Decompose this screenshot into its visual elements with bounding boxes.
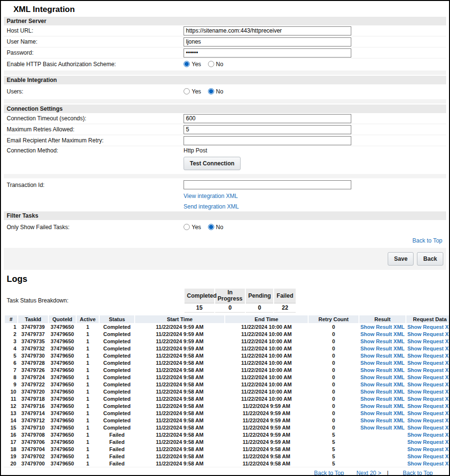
host-url-input[interactable] — [184, 26, 351, 35]
max-retries-input[interactable] — [184, 125, 351, 134]
host-url-row: Host URL: — [4, 25, 446, 36]
show-request-xml-link[interactable]: Show Request XML — [407, 410, 450, 416]
logs-pagination-row: Back to Top Next 20 > | Back to Top — [4, 467, 446, 476]
show-result-xml-link[interactable]: Show Result XML — [360, 396, 404, 402]
email-recipient-label: Email Recipient After Maximum Retry: — [4, 137, 184, 144]
status: Completed — [100, 352, 134, 359]
back-button[interactable]: Back — [417, 252, 443, 266]
status: Completed — [100, 409, 134, 417]
view-integration-xml-link[interactable]: View integration XML — [184, 193, 238, 199]
active: 1 — [77, 366, 99, 373]
task-id: 37479724 — [18, 373, 48, 381]
show-request-xml-link[interactable]: Show Request XML — [407, 432, 450, 438]
send-integration-xml-link[interactable]: Send integration XML — [184, 203, 239, 210]
next-20-link[interactable]: Next 20 > — [357, 470, 381, 476]
task-id: 37479739 — [18, 323, 48, 330]
show-result-xml-link[interactable]: Show Result XML — [360, 382, 404, 387]
col-header-num: # — [5, 315, 17, 323]
show-request-xml-link[interactable]: Show Request XML — [407, 338, 450, 344]
show-result-xml-link[interactable]: Show Result XML — [360, 353, 404, 359]
row-num: 18 — [5, 445, 17, 453]
breakdown-header-pending: Pending — [246, 289, 273, 303]
show-result-xml-link[interactable]: Show Result XML — [360, 374, 404, 380]
start-time: 11/22/2024 9:59 AM — [135, 323, 224, 330]
section-divider — [4, 70, 446, 75]
status: Completed — [100, 381, 134, 388]
show-result-xml-link[interactable]: Show Result XML — [360, 425, 404, 430]
show-request-xml-link[interactable]: Show Request XML — [407, 331, 450, 337]
show-request-xml-link[interactable]: Show Request XML — [407, 446, 450, 452]
show-request-xml-link[interactable]: Show Request XML — [407, 418, 450, 423]
show-result-xml-link[interactable]: Show Result XML — [360, 360, 404, 366]
row-num: 17 — [5, 438, 17, 445]
email-recipient-input[interactable] — [184, 136, 351, 145]
row-num: 8 — [5, 373, 17, 381]
result-cell — [359, 460, 405, 467]
pagination-separator: | — [387, 470, 388, 476]
quote-id: 37479650 — [49, 395, 76, 402]
task-id: 37479730 — [18, 352, 48, 359]
show-result-xml-link[interactable]: Show Result XML — [360, 410, 404, 416]
show-request-xml-link[interactable]: Show Request XML — [407, 453, 450, 459]
show-request-xml-link[interactable]: Show Request XML — [407, 367, 450, 373]
show-request-xml-link[interactable]: Show Request XML — [407, 353, 450, 359]
only-failed-row: Only Show Failed Tasks: Yes No — [4, 220, 446, 234]
basic-auth-no-radio[interactable] — [208, 61, 214, 67]
show-request-xml-link[interactable]: Show Request XML — [407, 396, 450, 402]
show-request-xml-link[interactable]: Show Request XML — [407, 425, 450, 430]
show-request-xml-link[interactable]: Show Request XML — [407, 389, 450, 395]
only-failed-no-label: No — [216, 224, 223, 231]
row-num: 6 — [5, 359, 17, 366]
show-request-xml-link[interactable]: Show Request XML — [407, 324, 450, 330]
show-request-xml-link[interactable]: Show Request XML — [407, 461, 450, 466]
retry-count: 0 — [309, 402, 358, 409]
status: Failed — [100, 445, 134, 453]
users-no-radio[interactable] — [208, 88, 214, 94]
show-result-xml-link[interactable]: Show Result XML — [360, 367, 404, 373]
transaction-id-input[interactable] — [184, 180, 351, 189]
basic-auth-row: Enable HTTP Basic Authorization Scheme: … — [4, 58, 446, 70]
show-request-xml-link[interactable]: Show Request XML — [407, 374, 450, 380]
logs-back-to-top-link[interactable]: Back to Top — [314, 470, 344, 476]
password-input[interactable] — [184, 48, 351, 58]
task-status-breakdown-row: Task Status Breakdown: Completed In Prog… — [4, 286, 446, 314]
retry-count: 0 — [309, 409, 358, 417]
logs-table: # TaskId QuoteId Active Status Start Tim… — [4, 315, 450, 467]
show-result-xml-link[interactable]: Show Result XML — [360, 389, 404, 395]
show-request-xml-link[interactable]: Show Request XML — [407, 403, 450, 409]
end-time: 11/22/2024 9:59 AM — [225, 417, 308, 424]
log-row: 537479730374796501Completed11/22/2024 9:… — [5, 352, 450, 359]
show-result-xml-link[interactable]: Show Result XML — [360, 418, 404, 423]
show-request-xml-link[interactable]: Show Request XML — [407, 360, 450, 366]
active: 1 — [77, 460, 99, 467]
back-to-top-link[interactable]: Back to Top — [413, 237, 442, 244]
retry-count: 5 — [309, 460, 358, 467]
user-name-input[interactable] — [184, 37, 351, 46]
timeout-input[interactable] — [184, 114, 351, 123]
show-result-xml-link[interactable]: Show Result XML — [360, 331, 404, 337]
row-num: 14 — [5, 417, 17, 424]
only-failed-no-radio[interactable] — [208, 224, 214, 230]
transaction-id-label: Transaction Id: — [4, 182, 184, 188]
show-result-xml-link[interactable]: Show Result XML — [360, 346, 404, 351]
start-time: 11/22/2024 9:59 AM — [135, 330, 224, 337]
show-request-xml-link[interactable]: Show Request XML — [407, 382, 450, 387]
log-row: 337479735374796501Completed11/22/2024 9:… — [5, 337, 450, 345]
save-button[interactable]: Save — [388, 252, 414, 266]
start-time: 11/22/2024 9:58 AM — [135, 438, 224, 445]
show-request-xml-link[interactable]: Show Request XML — [407, 439, 450, 445]
basic-auth-yes-radio[interactable] — [184, 61, 190, 67]
logs-back-to-top-link-2[interactable]: Back to Top — [403, 470, 433, 476]
show-result-xml-link[interactable]: Show Result XML — [360, 403, 404, 409]
users-yes-radio[interactable] — [184, 88, 190, 94]
show-result-xml-link[interactable]: Show Result XML — [360, 338, 404, 344]
end-time: 11/22/2024 10:00 AM — [225, 337, 308, 345]
test-connection-button[interactable]: Test Connection — [184, 157, 241, 170]
show-request-xml-link[interactable]: Show Request XML — [407, 346, 450, 351]
log-row: 737479726374796501Completed11/22/2024 9:… — [5, 366, 450, 373]
end-time: 11/22/2024 10:00 AM — [225, 395, 308, 402]
show-result-xml-link[interactable]: Show Result XML — [360, 324, 404, 330]
request-data-cell: Show Request XML — [406, 424, 450, 431]
row-num: 5 — [5, 352, 17, 359]
only-failed-yes-radio[interactable] — [184, 224, 190, 230]
